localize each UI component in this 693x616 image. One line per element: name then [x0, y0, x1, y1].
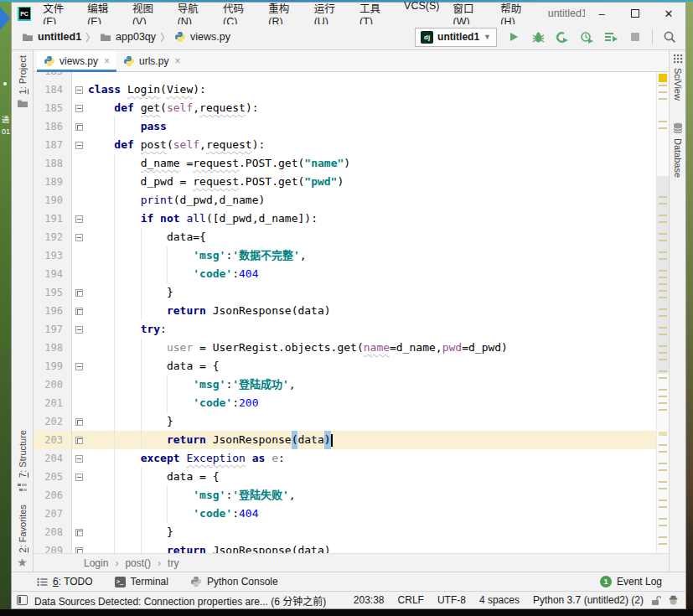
- code-text[interactable]: return JsonResponse(data): [86, 431, 669, 449]
- line-number[interactable]: 185: [34, 99, 72, 117]
- line-number[interactable]: 191: [34, 210, 72, 228]
- code-text[interactable]: 'code':200: [86, 394, 669, 412]
- line-number[interactable]: 188: [34, 154, 72, 173]
- line-number[interactable]: 206: [34, 486, 72, 505]
- code-line[interactable]: 194 'code':404: [34, 265, 669, 283]
- toolwindow-button-python-console[interactable]: Python Console: [190, 576, 278, 588]
- code-line[interactable]: 209 return JsonResponse(data): [34, 541, 669, 553]
- stripe-mark[interactable]: [659, 451, 667, 453]
- line-number[interactable]: 202: [34, 412, 72, 431]
- code-line[interactable]: 204 except Exception as e:: [34, 449, 669, 468]
- stripe-mark[interactable]: [659, 377, 667, 379]
- code-editor[interactable]: 183184class Login(View):185 def get(self…: [34, 72, 669, 553]
- toolwindow-button-todo[interactable]: 6: TODO: [37, 576, 93, 588]
- code-text[interactable]: def post(self,request):: [86, 136, 669, 154]
- code-line[interactable]: 191 if not all([d_pwd,d_name]):: [34, 210, 669, 228]
- line-number[interactable]: 192: [34, 228, 72, 246]
- code-text[interactable]: data={: [86, 228, 669, 246]
- stripe-current-line-mark[interactable]: [659, 432, 667, 436]
- toolwindow-toggle-icon[interactable]: [17, 595, 28, 605]
- code-text[interactable]: return JsonResponse(data): [86, 302, 669, 320]
- stripe-mark[interactable]: [659, 203, 667, 204]
- code-line[interactable]: 184class Login(View):: [34, 80, 669, 99]
- fold-marker-icon[interactable]: [72, 523, 86, 541]
- code-text[interactable]: 'msg':'登陆成功',: [86, 375, 669, 394]
- close-button[interactable]: ✕: [652, 3, 685, 23]
- line-number[interactable]: 194: [34, 265, 72, 283]
- run-with-coverage-button[interactable]: [555, 29, 570, 44]
- line-number[interactable]: 190: [34, 191, 72, 210]
- line-number[interactable]: 197: [34, 320, 72, 339]
- stripe-mark[interactable]: [659, 409, 667, 411]
- code-line[interactable]: 198 user = UserRegist.objects.get(name=d…: [34, 339, 669, 357]
- code-breadcrumb-item[interactable]: post(): [125, 557, 151, 569]
- line-number[interactable]: 189: [34, 173, 72, 191]
- stripe-mark[interactable]: [659, 85, 667, 86]
- line-number[interactable]: 193: [34, 246, 72, 265]
- stripe-mark[interactable]: [659, 402, 667, 404]
- debug-button[interactable]: [530, 29, 546, 44]
- code-line[interactable]: 196 return JsonResponse(data): [34, 302, 669, 320]
- stripe-mark[interactable]: [659, 488, 667, 489]
- code-text[interactable]: }: [86, 412, 669, 431]
- fold-marker-icon[interactable]: [72, 357, 86, 375]
- code-text[interactable]: data = {: [86, 468, 669, 486]
- fold-marker-icon[interactable]: [72, 99, 86, 117]
- line-number[interactable]: 204: [34, 449, 72, 468]
- stripe-mark[interactable]: [659, 221, 667, 223]
- fold-marker-icon[interactable]: [72, 468, 86, 486]
- fold-marker-icon[interactable]: [72, 541, 86, 553]
- fold-marker-icon[interactable]: [72, 283, 86, 302]
- search-everywhere-icon[interactable]: [662, 29, 677, 44]
- status-widget[interactable]: CRLF: [398, 594, 424, 606]
- stripe-mark[interactable]: [659, 359, 667, 360]
- code-text[interactable]: 'msg':'数据不完整',: [86, 246, 669, 265]
- stripe-mark[interactable]: [659, 469, 667, 471]
- fold-marker-icon[interactable]: [72, 228, 86, 246]
- stripe-mark[interactable]: [659, 481, 667, 483]
- code-line[interactable]: 186 pass: [34, 117, 669, 136]
- code-text[interactable]: class Login(View):: [86, 80, 669, 99]
- code-line[interactable]: 199 data = {: [34, 357, 669, 375]
- stripe-mark[interactable]: [659, 500, 667, 501]
- stripe-mark[interactable]: [659, 327, 667, 329]
- code-text[interactable]: }: [86, 283, 669, 302]
- tab-views-py[interactable]: views.py×: [37, 50, 116, 71]
- code-line[interactable]: 207 'code':404: [34, 505, 669, 523]
- minimize-button[interactable]: –: [585, 3, 618, 23]
- line-number[interactable]: 207: [34, 505, 72, 523]
- stripe-mark[interactable]: [659, 270, 667, 272]
- status-message[interactable]: Data Sources Detected: Connection proper…: [34, 593, 326, 608]
- maximize-button[interactable]: [618, 3, 652, 23]
- fold-marker-icon[interactable]: [72, 210, 86, 228]
- code-line[interactable]: 187 def post(self,request):: [34, 136, 669, 154]
- code-text[interactable]: d_pwd = request.POST.get("pwd"): [86, 173, 669, 191]
- stripe-mark[interactable]: [659, 543, 667, 545]
- run-button[interactable]: [506, 29, 521, 44]
- line-number[interactable]: 209: [34, 541, 72, 553]
- stripe-mark[interactable]: [659, 463, 667, 464]
- scrollbar-error-stripe[interactable]: [656, 72, 669, 553]
- code-text[interactable]: d_name =request.POST.get("name"): [86, 154, 669, 173]
- line-number[interactable]: 196: [34, 302, 72, 320]
- stripe-warning-block[interactable]: [659, 74, 667, 82]
- stripe-mark[interactable]: [659, 283, 667, 285]
- code-text[interactable]: 'msg':'登陆失败',: [86, 486, 669, 505]
- code-line[interactable]: 208 }: [34, 523, 669, 541]
- status-widget[interactable]: UTF-8: [437, 594, 466, 606]
- stripe-mark[interactable]: [659, 127, 667, 129]
- code-text[interactable]: except Exception as e:: [86, 449, 669, 468]
- code-text[interactable]: print(d_pwd,d_name): [86, 191, 669, 210]
- stripe-mark[interactable]: [659, 121, 667, 122]
- fold-marker-icon[interactable]: [72, 412, 86, 431]
- stripe-mark[interactable]: [659, 215, 667, 216]
- code-line[interactable]: 192 data={: [34, 228, 669, 246]
- sidebar-item-structure[interactable]: 7: Structure: [17, 430, 28, 493]
- fold-marker-icon[interactable]: [72, 320, 86, 339]
- line-number[interactable]: 201: [34, 394, 72, 412]
- breadcrumb-item[interactable]: untitled1: [22, 31, 81, 43]
- stripe-mark[interactable]: [659, 308, 667, 310]
- code-line[interactable]: 206 'msg':'登陆失败',: [34, 486, 669, 505]
- stripe-mark[interactable]: [659, 258, 667, 260]
- fold-marker-icon[interactable]: [72, 449, 86, 468]
